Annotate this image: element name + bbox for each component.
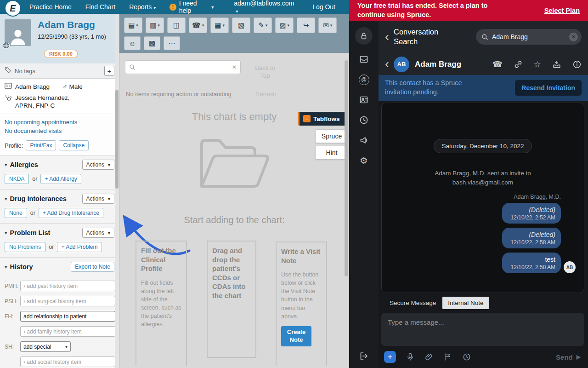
sh-select[interactable]: add special ▾ [20, 341, 71, 352]
clipboard-button[interactable]: ▨▾ [275, 17, 294, 33]
archive-icon[interactable] [552, 60, 561, 69]
call-phone-icon[interactable]: ☎ [492, 59, 502, 69]
add-allergy-button[interactable]: + Add Allergy [40, 174, 81, 184]
tab-internal-note[interactable]: Internal Note [442, 297, 489, 309]
tabflows-button[interactable]: ≡ Tabflows [298, 112, 348, 126]
chart-search-input[interactable] [138, 64, 232, 71]
add-attachment-button[interactable]: + [384, 351, 396, 363]
message-button[interactable]: ✉▾ [318, 17, 337, 33]
lock-icon[interactable] [355, 27, 373, 45]
contacts-icon[interactable] [358, 94, 369, 105]
refresh-link[interactable]: Refresh [255, 91, 277, 98]
megaphone-icon[interactable] [358, 135, 369, 146]
social-history-input[interactable] [20, 356, 115, 367]
caret-down-icon[interactable]: ▾ [5, 162, 7, 168]
more-button[interactable]: ⋯ [164, 36, 180, 50]
add-tag-button[interactable]: + [104, 66, 114, 76]
print-fax-button[interactable]: Print/Fax [26, 140, 56, 150]
nav-practice-home[interactable]: Practice Home [29, 3, 72, 11]
logout-icon[interactable] [358, 351, 369, 362]
risk-badge[interactable]: RISK 0.00 [44, 50, 78, 58]
message-input[interactable] [388, 318, 578, 340]
plus-glyph: + [388, 352, 393, 362]
contact-header: ‹ AB Adam Bragg ☎ ☆ [379, 53, 588, 75]
nav-logout[interactable]: Log Out [312, 3, 335, 11]
caret-down-icon[interactable]: ▾ [5, 230, 7, 236]
collapse-button[interactable]: Collapse [59, 140, 89, 150]
settings-gear-icon[interactable]: ⚙ [358, 155, 369, 166]
paperclip-icon[interactable] [424, 352, 434, 362]
mentions-icon[interactable]: @ [358, 74, 369, 85]
male-icon: ♂ [62, 83, 68, 90]
send-button[interactable]: Send ▶ [556, 353, 581, 361]
export-to-note-button[interactable]: Export to Note [71, 262, 114, 272]
schedule-icon[interactable] [462, 352, 471, 362]
message-bubble[interactable]: (Deleted) 12/10/22, 2:52 AM [502, 203, 561, 224]
back-chevron-icon[interactable]: ‹ [385, 31, 389, 43]
problem-list-actions-button[interactable]: Actions▾ [82, 228, 114, 238]
chart-scrollbar-thumb[interactable] [345, 60, 348, 276]
nav-account[interactable]: adam@tabflows.com ▾ [234, 0, 298, 14]
table-button[interactable]: ▦▾ [210, 17, 229, 33]
nkda-button[interactable]: NKDA [5, 174, 29, 184]
drug-intolerances-actions-button[interactable]: Actions▾ [82, 194, 114, 204]
profile-row: Profile: Print/Fax Collapse [0, 137, 119, 155]
pmh-input[interactable] [20, 281, 115, 291]
message-bubble[interactable]: (Deleted) 12/10/22, 2:58 AM [502, 228, 561, 248]
inbox-icon[interactable] [358, 54, 369, 65]
nav-find-chart[interactable]: Find Chart [85, 3, 115, 11]
referral-button[interactable]: ↪ [297, 17, 315, 33]
layers-button[interactable]: ▧ [232, 17, 250, 33]
message-bubble[interactable]: test 12/10/22, 2:58 AM [502, 253, 561, 273]
chart-view-button[interactable]: ◫ [167, 17, 186, 33]
caret-down-icon: ▾ [223, 23, 225, 28]
spruce-search-input[interactable] [492, 33, 565, 40]
clear-search-icon[interactable]: ✕ [232, 64, 237, 70]
link-icon[interactable] [514, 60, 523, 69]
patient-dob: 12/25/1990 (33 yrs, 1 mo) [38, 33, 107, 41]
back-to-top-link[interactable]: Back to Top [250, 64, 280, 80]
fh-relationship-input[interactable] [20, 311, 115, 322]
elation-logo[interactable]: E [5, 0, 21, 17]
allergies-header: ▾ Allergies Actions▾ [0, 155, 119, 173]
star-icon[interactable]: ☆ [534, 59, 541, 69]
caret-down-icon[interactable]: ▾ [5, 196, 7, 202]
provider-name: Jessica Hernandez, APRN, FNP-C [15, 94, 70, 109]
nav-help[interactable]: ! I need help ▾ [170, 0, 214, 14]
back-chevron-icon[interactable]: ‹ [385, 58, 389, 70]
clear-search-icon[interactable]: ✕ [569, 33, 578, 41]
info-icon[interactable] [572, 60, 582, 69]
pending-clock-icon[interactable] [358, 115, 369, 126]
phone-button[interactable]: ☎▾ [189, 17, 207, 33]
caret-down-icon[interactable]: ▾ [5, 264, 7, 270]
hint-overlay-button[interactable]: Hint [315, 146, 348, 160]
add-problem-button[interactable]: + Add Problem [57, 242, 102, 252]
trial-banner: Your free trial has ended. Select a plan… [349, 0, 588, 21]
panel-button[interactable]: ▩ [144, 36, 160, 50]
contact-avatar[interactable]: AB [394, 57, 409, 72]
face-button[interactable]: ☺ [124, 36, 141, 50]
sign-button[interactable]: ✎▾ [254, 17, 272, 33]
history-header: ▾ History Export to Note [0, 258, 119, 275]
no-problems-button[interactable]: No Problems [5, 242, 45, 252]
allergies-actions-button[interactable]: Actions▾ [82, 160, 114, 170]
sidebar-scrollbar-thumb[interactable] [115, 90, 119, 189]
sidebar-scrollbar[interactable] [115, 14, 119, 368]
new-document-button[interactable]: ▥▾ [146, 17, 164, 33]
family-history-input[interactable] [20, 326, 115, 337]
saved-flag-icon[interactable] [443, 352, 452, 362]
spruce-overlay-button[interactable]: Spruce [315, 129, 348, 143]
no-visits-link[interactable]: No documented visits [5, 126, 114, 135]
microphone-icon[interactable] [406, 352, 415, 362]
none-button[interactable]: None [5, 208, 27, 218]
no-appointments-link[interactable]: No upcoming appointments [5, 118, 114, 126]
nav-reports[interactable]: Reports▾ [129, 3, 156, 11]
select-plan-link[interactable]: Select Plan [544, 7, 580, 14]
resend-invitation-button[interactable]: Resend Invitation [515, 80, 582, 96]
create-note-button[interactable]: Create Note [281, 326, 311, 346]
patient-name[interactable]: Adam Bragg [38, 19, 107, 30]
new-note-button[interactable]: ▤▾ [124, 17, 142, 33]
tab-secure-message[interactable]: Secure Message [385, 297, 441, 309]
add-drug-intolerance-button[interactable]: + Add Drug Intolerance [39, 208, 103, 218]
psh-input[interactable] [20, 296, 115, 306]
